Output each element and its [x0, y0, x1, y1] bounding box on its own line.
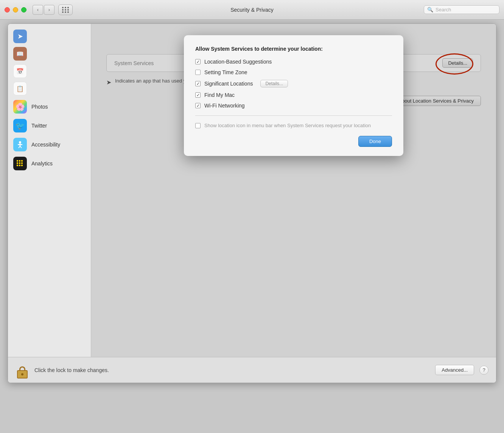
- maximize-button[interactable]: [21, 7, 26, 12]
- sidebar-icon-book: 📖: [13, 47, 27, 61]
- svg-rect-8: [17, 162, 18, 164]
- sidebar-icon-accessibility: [13, 138, 27, 151]
- svg-rect-5: [17, 160, 18, 162]
- sidebar-item-analytics[interactable]: Analytics: [8, 154, 91, 173]
- modal-sheet: Allow System Services to determine your …: [184, 35, 403, 156]
- checkbox-wifi-networking[interactable]: [195, 103, 201, 108]
- window-content: ➤ 📖 📅 📋 🌸: [8, 24, 496, 357]
- bottom-bar: Click the lock to make changes. Advanced…: [8, 357, 496, 383]
- checkbox-find-my-mac[interactable]: [195, 92, 201, 98]
- search-icon: 🔍: [427, 7, 433, 12]
- sidebar-icon-arrow: ➤: [13, 30, 27, 43]
- svg-rect-13: [21, 165, 23, 166]
- checkbox-location-suggestions[interactable]: [195, 59, 201, 64]
- svg-rect-9: [19, 162, 20, 164]
- modal-overlay: Allow System Services to determine your …: [91, 24, 496, 357]
- checkbox-row-location-suggestions: Location-Based Suggestions: [195, 59, 392, 65]
- main-window: ➤ 📖 📅 📋 🌸: [8, 23, 496, 383]
- forward-button[interactable]: ›: [44, 5, 54, 15]
- grid-view-button[interactable]: [58, 5, 73, 15]
- sidebar-item-partial-2[interactable]: 📖: [8, 45, 91, 62]
- minimize-button[interactable]: [13, 7, 18, 12]
- lock-body: [17, 370, 28, 378]
- lock-keyhole: [21, 373, 23, 375]
- label-location-suggestions: Location-Based Suggestions: [204, 59, 272, 65]
- checkbox-row-significant-locations: Significant Locations Details...: [195, 80, 392, 87]
- svg-line-4: [20, 146, 22, 148]
- sidebar-item-partial-1[interactable]: ➤: [8, 28, 91, 45]
- sidebar-label-twitter: Twitter: [31, 123, 47, 129]
- svg-rect-11: [17, 165, 18, 166]
- sidebar-icon-reminders: 📋: [13, 82, 27, 95]
- sidebar-icon-twitter: 🐦: [13, 119, 27, 132]
- sidebar-item-photos[interactable]: 🌸 Photos: [8, 97, 91, 116]
- help-button[interactable]: ?: [479, 366, 488, 375]
- analytics-grid-icon: [16, 159, 24, 168]
- main-panel: System Services Details... ➤ Indicates a…: [91, 24, 496, 357]
- modal-done-row: Done: [195, 136, 392, 147]
- sidebar-icon-analytics: [13, 157, 27, 170]
- checkbox-row-setting-time-zone: Setting Time Zone: [195, 69, 392, 75]
- label-setting-time-zone: Setting Time Zone: [204, 69, 247, 75]
- accessibility-person-icon: [16, 140, 24, 149]
- sidebar-item-partial-3[interactable]: 📅: [8, 62, 91, 80]
- sidebar-item-partial-4[interactable]: 📋: [8, 80, 91, 97]
- close-button[interactable]: [5, 7, 10, 12]
- lock-label: Click the lock to make changes.: [34, 367, 430, 373]
- sidebar-icon-photos: 🌸: [13, 100, 27, 114]
- checkbox-menu-bar[interactable]: [195, 123, 201, 128]
- menu-bar-row: Show location icon in menu bar when Syst…: [195, 123, 392, 128]
- svg-point-0: [19, 141, 21, 143]
- back-button[interactable]: ‹: [33, 5, 43, 15]
- lock-icon[interactable]: [16, 362, 29, 378]
- search-placeholder: Search: [436, 7, 451, 12]
- sidebar-item-accessibility[interactable]: Accessibility: [8, 135, 91, 154]
- label-find-my-mac: Find My Mac: [204, 92, 235, 98]
- done-button[interactable]: Done: [358, 136, 392, 147]
- label-menu-bar: Show location icon in menu bar when Syst…: [204, 123, 371, 128]
- checkbox-row-wifi-networking: Wi-Fi Networking: [195, 103, 392, 109]
- checkbox-significant-locations[interactable]: [195, 81, 201, 86]
- label-wifi-networking: Wi-Fi Networking: [204, 103, 245, 109]
- modal-divider: [195, 115, 392, 116]
- sidebar: ➤ 📖 📅 📋 🌸: [8, 24, 91, 357]
- nav-buttons: ‹ ›: [33, 5, 54, 15]
- grid-icon: [62, 7, 69, 13]
- label-significant-locations: Significant Locations: [204, 81, 253, 87]
- sidebar-label-photos: Photos: [31, 104, 48, 110]
- svg-rect-12: [19, 165, 20, 166]
- sidebar-label-analytics: Analytics: [31, 160, 53, 167]
- titlebar: ‹ › Security & Privacy 🔍 Search: [0, 0, 504, 20]
- photos-flower-icon: 🌸: [16, 102, 25, 111]
- window-title: Security & Privacy: [230, 7, 274, 13]
- sidebar-icon-calendar: 📅: [13, 64, 27, 78]
- svg-rect-7: [21, 160, 23, 162]
- modal-title: Allow System Services to determine your …: [195, 46, 392, 52]
- svg-rect-10: [21, 162, 23, 164]
- search-bar[interactable]: 🔍 Search: [424, 5, 499, 14]
- checkbox-setting-time-zone[interactable]: [195, 70, 201, 75]
- svg-rect-6: [19, 160, 20, 162]
- sidebar-label-accessibility: Accessibility: [31, 142, 60, 148]
- advanced-button[interactable]: Advanced...: [435, 365, 474, 375]
- sidebar-item-twitter[interactable]: 🐦 Twitter: [8, 116, 91, 135]
- significant-locations-details-button[interactable]: Details...: [260, 80, 288, 87]
- traffic-lights: [5, 7, 26, 12]
- checkbox-row-find-my-mac: Find My Mac: [195, 92, 392, 98]
